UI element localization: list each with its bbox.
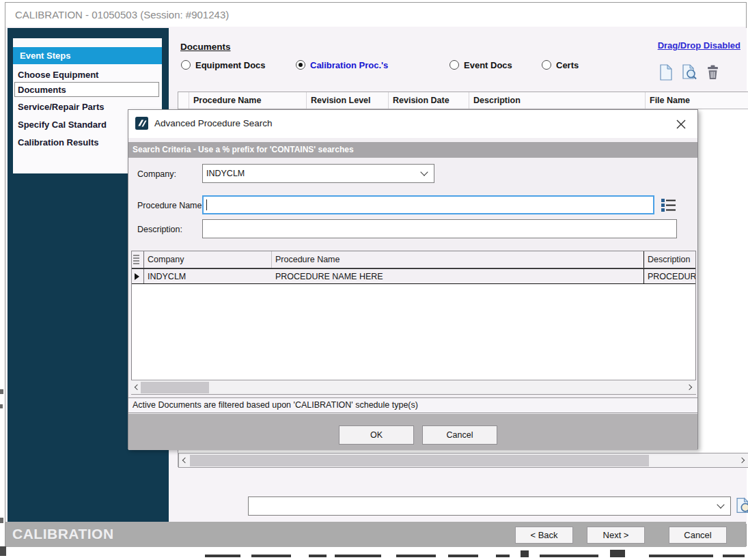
wizard-footer-bar: CALIBRATION < Back Next > Cancel [5,522,746,547]
delete-trash-icon[interactable] [706,64,719,83]
description-input[interactable] [202,219,677,238]
radio-label: Calibration Proc.'s [310,60,388,70]
window-title: CALIBRATION - 01050503 (Session: #901243… [15,9,229,20]
event-steps-header: Event Steps [13,47,162,64]
dialog-footer: OK Cancel [128,414,697,450]
window-title-bar: CALIBRATION - 01050503 (Session: #901243… [5,3,746,27]
combo-search-document-icon[interactable] [736,497,748,518]
cell-procedure-name[interactable]: PROCEDURE NAME HERE [272,269,644,283]
dialog-cancel-button[interactable]: Cancel [422,425,497,445]
back-button[interactable]: < Back [515,527,573,544]
radio-label: Equipment Docs [195,60,266,70]
radio-icon[interactable] [181,60,191,70]
results-grid: Company Procedure Name Description INDYC… [131,251,696,395]
chevron-down-icon[interactable] [420,168,428,176]
grid-column-description[interactable]: Description [644,251,695,268]
procedures-table-header: Procedure Name Revision Level Revision D… [178,92,748,109]
documents-heading: Documents [180,42,231,52]
filter-note: Active Documents are filtered based upon… [128,397,697,413]
lookup-list-icon[interactable] [660,197,676,216]
company-label: Company: [137,169,176,179]
description-label: Description: [137,225,182,234]
app-logo-icon [135,117,148,132]
company-value: INDYCLM [206,169,245,178]
grid-column-procedure-name[interactable]: Procedure Name [272,251,644,268]
grid-column-company[interactable]: Company [144,251,272,268]
column-header-procedure-name[interactable]: Procedure Name [189,92,307,109]
dialog-title: Advanced Procedure Search [154,118,273,128]
document-filter-combo[interactable] [248,496,731,516]
column-header-file-name[interactable]: File Name [646,92,748,109]
scroll-right-icon[interactable] [685,380,696,394]
wizard-cancel-button[interactable]: Cancel [669,527,727,544]
grid-row-selected[interactable]: INDYCLM PROCEDURE NAME HERE PROCEDURE DE… [132,268,695,284]
view-search-document-icon[interactable] [682,64,697,83]
search-criteria-header: Search Criteria - Use a % prefix for 'CO… [128,142,697,158]
scroll-right-icon[interactable] [738,453,748,467]
column-header-revision-level[interactable]: Revision Level [307,92,389,109]
sidebar-item-choose-equipment[interactable]: Choose Equipment [14,67,159,82]
radio-icon[interactable] [542,60,551,70]
scrollbar-thumb[interactable] [141,382,209,393]
radio-equipment-docs[interactable]: Equipment Docs [181,59,266,70]
scrollbar-thumb[interactable] [190,455,649,466]
footer-brand-title: CALIBRATION [12,526,114,542]
scroll-left-icon[interactable] [179,453,190,467]
column-header-revision-date[interactable]: Revision Date [389,92,469,109]
procedure-name-input[interactable] [202,195,654,214]
procedure-name-label: Procedure Name: [137,201,204,210]
grid-horizontal-scrollbar[interactable] [131,380,696,395]
radio-selected-icon[interactable] [296,60,305,70]
radio-event-docs[interactable]: Event Docs [449,59,512,70]
results-grid-header: Company Procedure Name Description [132,251,695,268]
radio-icon[interactable] [449,60,459,70]
ok-button[interactable]: OK [339,425,414,445]
radio-label: Certs [556,60,579,70]
cell-company[interactable]: INDYCLM [144,269,272,283]
cell-description[interactable]: PROCEDURE DESCRIP [644,269,695,283]
advanced-procedure-search-dialog: Advanced Procedure Search Search Criteri… [128,109,698,449]
company-select[interactable]: INDYCLM [202,164,434,183]
row-indicator-column [178,92,189,109]
grid-corner-list-icon [132,251,144,268]
horizontal-scrollbar[interactable] [178,453,748,468]
sidebar-item-documents[interactable]: Documents [14,82,159,97]
radio-certs[interactable]: Certs [542,59,579,70]
radio-calibration-procs[interactable]: Calibration Proc.'s [296,59,388,70]
new-document-icon[interactable] [659,64,673,83]
next-button[interactable]: Next > [587,527,645,544]
drag-drop-disabled-link[interactable]: Drag/Drop Disabled [658,40,740,51]
row-indicator-icon [132,269,144,283]
dialog-title-bar[interactable]: Advanced Procedure Search [128,110,697,138]
radio-label: Event Docs [464,60,512,70]
column-header-description[interactable]: Description [469,92,646,109]
chevron-down-icon[interactable] [717,501,724,508]
close-icon[interactable] [673,116,689,132]
text-caret [206,199,207,210]
